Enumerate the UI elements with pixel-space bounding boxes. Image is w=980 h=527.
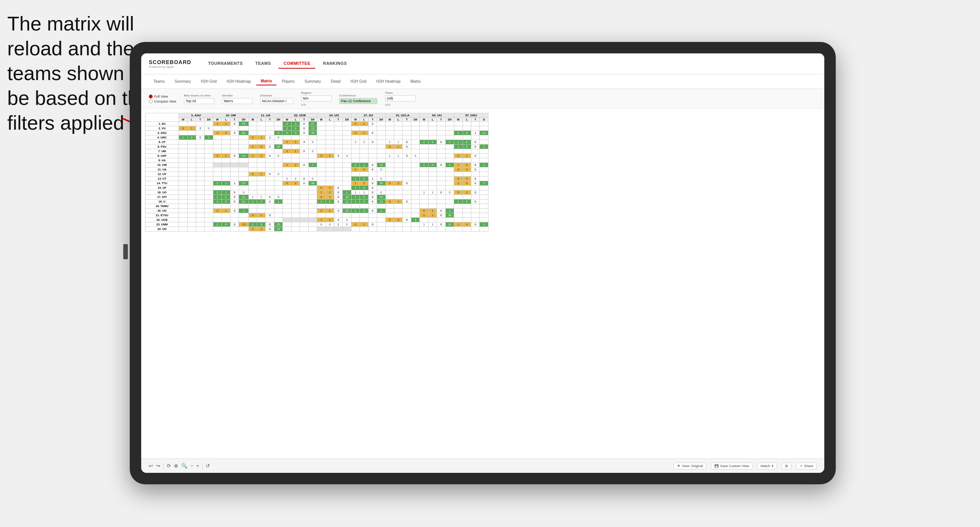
matrix-cell <box>222 213 230 218</box>
matrix-cell <box>300 167 308 172</box>
nav-committee[interactable]: COMMITTEE <box>278 59 316 69</box>
share-btn[interactable]: ↗ Share <box>796 463 817 469</box>
conference-filter: Conference Pac-12 Conference <box>339 94 377 104</box>
matrix-cell <box>377 222 385 227</box>
row-label: 2. VU <box>145 126 179 131</box>
matrix-cell <box>385 158 394 163</box>
compact-view-radio[interactable]: Compact View <box>149 100 176 103</box>
matrix-cell <box>196 218 205 222</box>
max-teams-select[interactable]: Top 25 <box>184 98 214 104</box>
tablet-side-button <box>123 244 128 259</box>
table-row: 12. UV0100 <box>145 172 488 177</box>
matrix-cell <box>377 218 385 222</box>
matrix-cell <box>463 135 471 140</box>
sub-d-3: Dif <box>274 118 282 122</box>
matrix-cell <box>317 135 326 140</box>
save-custom-btn[interactable]: 💾 Save Custom View <box>711 463 753 469</box>
matrix-cell <box>334 122 342 126</box>
matrix-cell <box>291 135 300 140</box>
matrix-cell <box>420 154 428 158</box>
sub-w-8: W <box>420 118 428 122</box>
matrix-cell <box>266 126 274 131</box>
table-row: 24. UO02029 <box>145 227 488 231</box>
undo-icon[interactable]: ↩ <box>149 463 153 469</box>
subnav-players[interactable]: Players <box>277 78 299 85</box>
matrix-cell <box>266 131 274 135</box>
matrix-cell <box>480 218 488 222</box>
conference-select[interactable]: Pac-12 Conference <box>339 98 377 104</box>
matrix-cell <box>274 122 282 126</box>
matrix-cell <box>403 204 411 209</box>
matrix-cell <box>300 209 308 213</box>
region-filter: Region N/A N/A <box>301 91 332 106</box>
zoom-out-icon[interactable]: − <box>190 463 193 469</box>
grid-icon-btn[interactable]: ⊞ <box>782 463 791 469</box>
subnav-summary[interactable]: Summary <box>170 78 195 85</box>
matrix-cell <box>248 167 257 172</box>
matrix-cell: 0 <box>291 126 300 131</box>
subnav-matrix[interactable]: Matrix <box>256 77 276 85</box>
reset-icon[interactable]: ↺ <box>206 463 210 469</box>
nav-rankings[interactable]: RANKINGS <box>318 59 352 69</box>
subnav-summary2[interactable]: Summary <box>300 78 326 85</box>
subnav-h2h-heatmap[interactable]: H2H Heatmap <box>222 78 255 85</box>
matrix-cell <box>230 145 239 149</box>
matrix-cell <box>411 177 419 181</box>
matrix-cell <box>411 227 419 231</box>
matrix-cell <box>308 195 317 199</box>
view-original-btn[interactable]: 👁 View: Original <box>674 463 706 469</box>
watch-btn[interactable]: Watch ▾ <box>757 463 777 469</box>
matrix-cell <box>291 222 300 227</box>
matrix-cell <box>291 186 300 190</box>
subnav-detail[interactable]: Detail <box>326 78 345 85</box>
matrix-cell <box>471 204 479 209</box>
matrix-cell: 1 <box>394 199 403 204</box>
matrix-cell <box>445 218 454 222</box>
matrix-cell <box>403 158 411 163</box>
zoom-in-icon[interactable]: + <box>197 463 200 469</box>
matrix-cell: 0 <box>463 131 471 135</box>
subnav-teams[interactable]: Teams <box>149 78 169 85</box>
search-icon[interactable]: 🔍 <box>181 463 187 469</box>
subnav-h2h-grid[interactable]: H2H Grid <box>196 78 221 85</box>
matrix-cell: 0 <box>463 145 471 149</box>
division-select[interactable]: NCAA Division I <box>260 98 293 104</box>
matrix-cell: 2 <box>283 122 291 126</box>
matrix-cell: 1 <box>248 195 257 199</box>
matrix-cell <box>222 163 230 167</box>
matrix-cell <box>420 126 428 131</box>
subnav-matrix2[interactable]: Matrix <box>406 78 426 85</box>
row-label: 14. TTU <box>145 181 179 186</box>
gender-select[interactable]: Men's <box>222 98 253 104</box>
matrix-cell <box>179 186 187 190</box>
matrix-cell: 0 <box>334 209 342 213</box>
matrix-cell: 0 <box>334 199 342 204</box>
row-label: 3. ASU <box>145 131 179 135</box>
full-view-radio[interactable]: Full View <box>149 95 176 98</box>
matrix-cell: 1 <box>222 154 230 158</box>
subnav-h2h-heatmap2[interactable]: H2H Heatmap <box>372 78 405 85</box>
region-select[interactable]: N/A <box>301 95 332 101</box>
matrix-cell <box>274 140 282 145</box>
redo-icon[interactable]: ↪ <box>156 463 160 469</box>
matrix-cell <box>283 227 291 231</box>
matrix-cell: 1 <box>222 190 230 195</box>
matrix-cell <box>239 186 248 190</box>
matrix-cell: 0 <box>454 167 463 172</box>
matrix-area[interactable]: 3. ASU 10. UW 11. UA 22. UCB 24. UO 27. … <box>141 109 824 458</box>
matrix-cell <box>428 181 437 186</box>
matrix-cell <box>187 158 196 163</box>
nav-teams[interactable]: TEAMS <box>250 59 276 69</box>
team-select[interactable]: (All) <box>385 95 416 101</box>
matrix-cell <box>213 227 221 231</box>
matrix-cell <box>230 158 239 163</box>
matrix-cell: 0 <box>317 209 326 213</box>
matrix-cell <box>248 126 257 131</box>
subnav-h2h-grid2[interactable]: H2H Grid <box>346 78 371 85</box>
add-icon[interactable]: ⊕ <box>174 463 178 469</box>
matrix-cell <box>300 204 308 209</box>
nav-tournaments[interactable]: TOURNAMENTS <box>203 59 248 69</box>
matrix-cell <box>248 149 257 154</box>
refresh-icon[interactable]: ⟳ <box>167 463 171 469</box>
matrix-cell <box>222 135 230 140</box>
